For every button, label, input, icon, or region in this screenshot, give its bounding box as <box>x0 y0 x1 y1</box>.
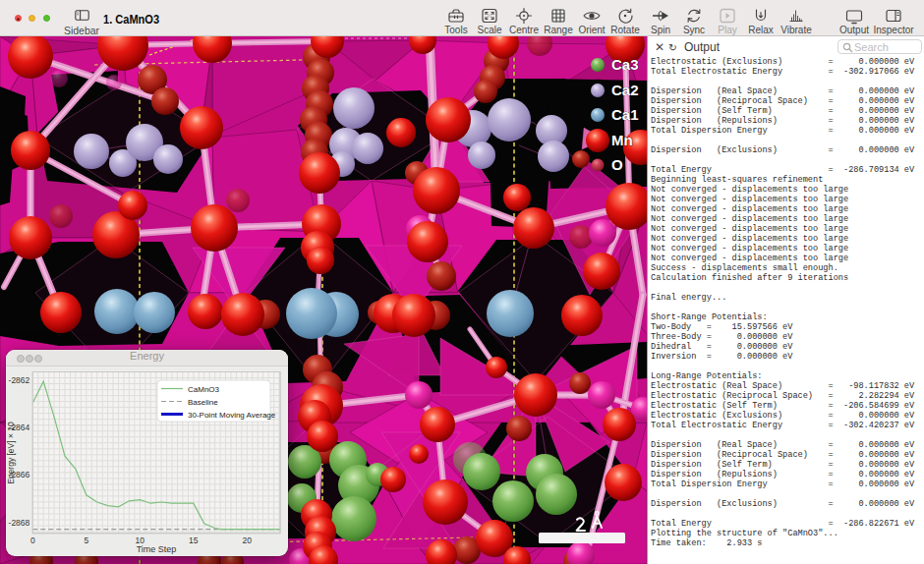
svg-text:Ca1: Ca1 <box>611 106 639 123</box>
svg-text:20: 20 <box>243 536 253 545</box>
svg-text:0: 0 <box>30 536 35 545</box>
svg-text:Mn: Mn <box>611 132 633 148</box>
svg-text:CaMnO3: CaMnO3 <box>188 385 220 394</box>
svg-text:Baseline: Baseline <box>188 398 218 407</box>
svg-text:-2868: -2868 <box>9 518 30 528</box>
svg-text:15: 15 <box>189 536 199 545</box>
svg-text:Energy [eV] × 10: Energy [eV] × 10 <box>6 422 16 484</box>
svg-text:Ca2: Ca2 <box>611 82 639 98</box>
svg-text:Time Step: Time Step <box>137 544 177 554</box>
svg-text:5: 5 <box>84 536 88 545</box>
svg-text:-2862: -2862 <box>9 375 30 385</box>
svg-text:O: O <box>611 156 623 173</box>
svg-text:30-Point Moving Average: 30-Point Moving Average <box>188 411 276 420</box>
svg-text:Ca3: Ca3 <box>611 56 639 73</box>
